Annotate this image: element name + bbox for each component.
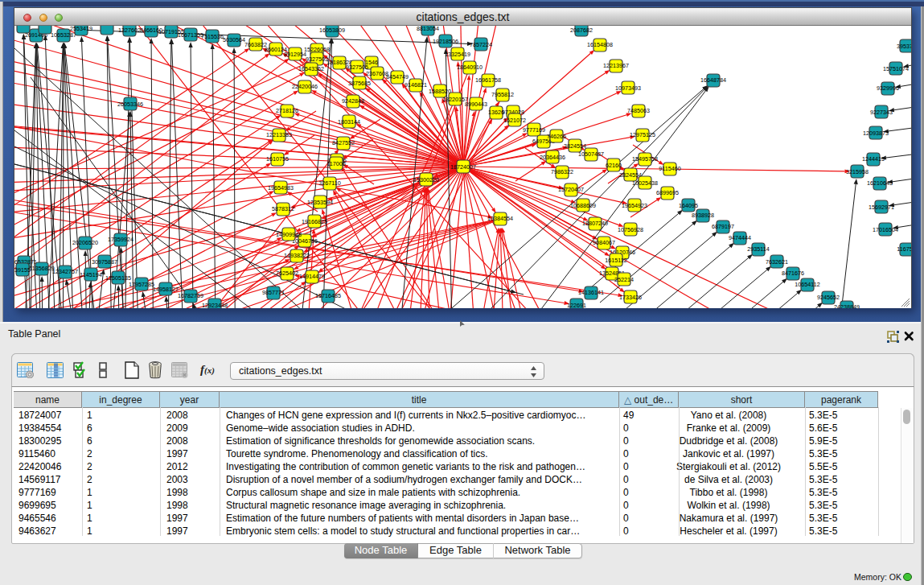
svg-text:12923448: 12923448	[202, 302, 228, 308]
svg-text:12342757: 12342757	[52, 268, 78, 275]
svg-text:10756928: 10756928	[618, 226, 643, 233]
svg-text:8813054: 8813054	[417, 26, 439, 32]
svg-text:15720407: 15720407	[558, 186, 584, 193]
svg-text:7857224: 7857224	[470, 41, 492, 48]
svg-text:16671355: 16671355	[178, 31, 203, 39]
svg-text:9242848: 9242848	[342, 97, 364, 105]
svg-text:15716485: 15716485	[315, 292, 341, 299]
svg-text:8938928: 8938928	[692, 212, 714, 219]
svg-text:30975887: 30975887	[92, 258, 117, 266]
svg-text:2935114: 2935114	[747, 245, 769, 253]
svg-text:6879197: 6879197	[712, 223, 734, 230]
svg-text:15300220: 15300220	[413, 176, 439, 183]
svg-text:10654112: 10654112	[795, 281, 819, 288]
svg-text:12213383: 12213383	[266, 131, 292, 138]
svg-text:16648784: 16648784	[700, 76, 726, 84]
svg-text:2553419: 2553419	[70, 26, 92, 32]
svg-text:10025438: 10025438	[632, 179, 658, 187]
svg-text:22420046: 22420046	[292, 83, 318, 90]
svg-text:16210643: 16210643	[867, 179, 893, 187]
svg-text:16053809: 16053809	[319, 27, 345, 34]
svg-text:8471676: 8471676	[782, 270, 804, 277]
svg-text:20364436: 20364436	[540, 154, 565, 161]
svg-text:5878312: 5878312	[272, 205, 294, 212]
svg-text:17957285: 17957285	[129, 281, 154, 288]
svg-text:9245652: 9245652	[817, 294, 840, 301]
svg-text:14938222: 14938222	[284, 252, 310, 259]
svg-text:395376: 395376	[897, 43, 911, 50]
svg-text:20206520: 20206520	[72, 239, 98, 246]
svg-text:9084067: 9084067	[593, 239, 615, 246]
svg-text:10688609: 10688609	[570, 202, 596, 209]
svg-text:26053346: 26053346	[117, 101, 143, 108]
svg-text:9327505: 9327505	[346, 64, 368, 71]
svg-text:1803144: 1803144	[338, 118, 360, 126]
svg-text:9474444: 9474444	[729, 234, 751, 241]
svg-text:2367608: 2367608	[366, 70, 388, 77]
svg-text:7625402: 7625402	[276, 270, 298, 277]
svg-text:9777169: 9777169	[523, 126, 545, 134]
svg-text:14909948: 14909948	[276, 231, 302, 238]
svg-text:6899695: 6899695	[656, 189, 679, 196]
svg-text:164095: 164095	[679, 202, 698, 209]
svg-text:7955812: 7955812	[491, 91, 514, 98]
svg-text:9329996: 9329996	[877, 84, 899, 92]
svg-text:3875685: 3875685	[348, 80, 371, 87]
svg-text:16782759: 16782759	[178, 292, 203, 299]
svg-text:8454749: 8454749	[386, 73, 409, 80]
svg-text:9857771: 9857771	[262, 289, 285, 296]
svg-text:10046786: 10046786	[292, 237, 318, 245]
svg-text:19384554: 19384554	[487, 215, 513, 222]
svg-text:18640910: 18640910	[457, 64, 483, 71]
svg-text:9146821: 9146821	[405, 81, 427, 89]
svg-text:39155: 39155	[14, 266, 31, 274]
svg-text:8427552: 8427552	[332, 139, 355, 146]
svg-text:7663822: 7663822	[244, 41, 267, 48]
svg-text:10653287: 10653287	[51, 31, 76, 39]
svg-text:17016504: 17016504	[873, 226, 898, 233]
svg-text:1145194: 1145194	[80, 271, 101, 278]
svg-text:122691: 122691	[567, 302, 586, 308]
svg-text:12505135: 12505135	[105, 274, 131, 282]
svg-text:3824554: 3824554	[564, 142, 586, 150]
svg-text:9327503: 9327503	[306, 56, 328, 63]
svg-text:7515536: 7515536	[201, 33, 224, 40]
svg-text:19166825: 19166825	[302, 218, 327, 225]
svg-text:18807249: 18807249	[582, 220, 608, 227]
svg-text:62160: 62160	[606, 162, 622, 169]
svg-text:18724007: 18724007	[450, 163, 476, 171]
svg-text:7986322: 7986322	[551, 168, 573, 175]
svg-text:8912954: 8912954	[284, 51, 306, 58]
svg-text:12213967: 12213967	[603, 62, 629, 69]
svg-text:1621072: 1621072	[503, 117, 526, 124]
svg-text:14136141: 14136141	[578, 289, 604, 296]
svg-text:15692971: 15692971	[869, 204, 894, 211]
svg-text:13325419: 13325419	[445, 51, 470, 58]
svg-text:9115460: 9115460	[659, 165, 680, 172]
svg-text:1244415: 1244415	[862, 155, 885, 163]
svg-text:9227343: 9227343	[870, 109, 893, 116]
svg-text:10507487: 10507487	[578, 150, 604, 158]
svg-text:12353594: 12353594	[307, 199, 333, 206]
svg-text:1733426: 1733426	[619, 294, 642, 301]
svg-text:117006: 117006	[326, 160, 345, 167]
svg-text:1327602: 1327602	[118, 27, 141, 34]
svg-text:15751074: 15751074	[883, 65, 909, 72]
svg-text:1615112: 1615112	[605, 257, 626, 264]
svg-text:14914479: 14914479	[299, 273, 325, 280]
svg-text:3267110: 3267110	[318, 179, 340, 187]
svg-text:2087682: 2087682	[570, 27, 593, 34]
svg-text:12093873: 12093873	[863, 130, 889, 137]
svg-text:24238849: 24238849	[834, 303, 860, 308]
svg-text:14958127: 14958127	[153, 286, 179, 293]
svg-text:16154808: 16154808	[587, 41, 613, 48]
svg-text:116753: 116753	[897, 245, 911, 253]
svg-text:5030564: 5030564	[223, 36, 245, 43]
svg-text:7485063: 7485063	[627, 107, 650, 114]
svg-text:3215958: 3215958	[846, 168, 869, 175]
svg-text:19654983: 19654983	[268, 184, 294, 192]
svg-text:19218506: 19218506	[433, 38, 458, 45]
svg-text:17359924: 17359924	[108, 236, 133, 243]
svg-text:10973493: 10973493	[615, 84, 641, 92]
svg-text:16961758: 16961758	[475, 76, 501, 84]
